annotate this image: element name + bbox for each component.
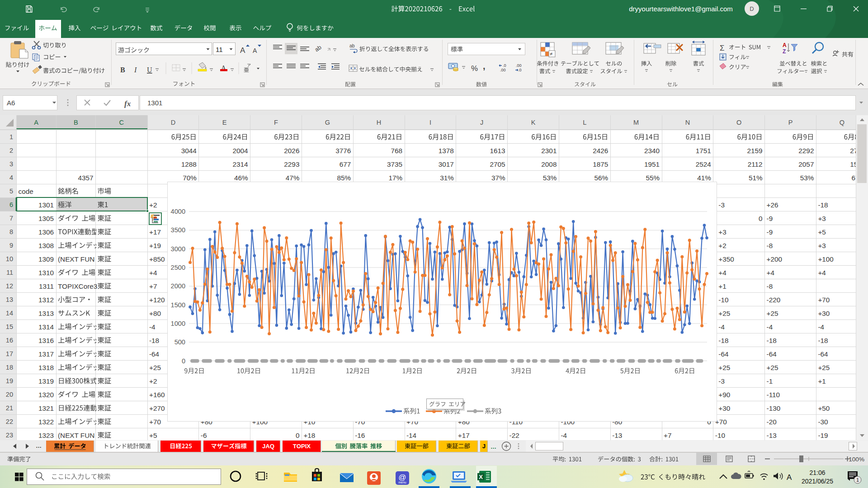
svg-text:-4: -4 bbox=[561, 432, 567, 439]
svg-text:J: J bbox=[480, 119, 483, 126]
svg-text:4000: 4000 bbox=[171, 208, 185, 215]
svg-text:+1: +1 bbox=[818, 377, 826, 385]
svg-text:1613: 1613 bbox=[490, 147, 505, 155]
svg-text:-6: -6 bbox=[201, 432, 207, 439]
svg-text:F: F bbox=[274, 119, 278, 126]
svg-text:55%: 55% bbox=[646, 174, 660, 182]
svg-text:1322: 1322 bbox=[38, 418, 54, 426]
svg-text:G: G bbox=[325, 119, 330, 126]
svg-text:-110: -110 bbox=[767, 391, 780, 399]
svg-text:-18: -18 bbox=[149, 337, 159, 344]
svg-text:+5: +5 bbox=[818, 228, 826, 236]
svg-text:2: 2 bbox=[9, 147, 13, 154]
svg-text:1306: 1306 bbox=[38, 228, 54, 236]
svg-text:500: 500 bbox=[175, 338, 185, 346]
svg-text:+4: +4 bbox=[818, 269, 826, 277]
svg-text:0: 0 bbox=[759, 215, 763, 222]
svg-text:53%: 53% bbox=[543, 174, 557, 182]
svg-text:+1: +1 bbox=[718, 282, 726, 290]
svg-text:(NEXT FUN: (NEXT FUN bbox=[58, 432, 94, 439]
svg-text:7: 7 bbox=[9, 215, 13, 222]
svg-text:15: 15 bbox=[6, 323, 13, 330]
svg-text:1314: 1314 bbox=[38, 323, 54, 331]
svg-text:1951: 1951 bbox=[644, 160, 660, 168]
svg-text:-8: -8 bbox=[767, 242, 773, 249]
svg-text:+70: +70 bbox=[149, 418, 161, 426]
svg-text:12: 12 bbox=[6, 282, 13, 290]
svg-text:1323: 1323 bbox=[38, 432, 54, 439]
svg-text:2026: 2026 bbox=[284, 147, 299, 155]
svg-text:M: M bbox=[633, 119, 639, 126]
svg-text:2524: 2524 bbox=[696, 160, 712, 168]
svg-text:+50: +50 bbox=[818, 404, 830, 412]
svg-text:+850: +850 bbox=[149, 255, 165, 263]
svg-text:677: 677 bbox=[340, 160, 351, 168]
svg-text:+90: +90 bbox=[718, 391, 730, 399]
svg-text:code: code bbox=[19, 188, 33, 195]
svg-text:1500: 1500 bbox=[171, 301, 185, 309]
svg-text:13: 13 bbox=[6, 296, 13, 303]
svg-text:+270: +270 bbox=[149, 404, 165, 412]
svg-text:+17: +17 bbox=[149, 228, 161, 236]
svg-text:17: 17 bbox=[6, 350, 13, 357]
svg-text:1320: 1320 bbox=[38, 391, 54, 399]
svg-text:+4: +4 bbox=[718, 269, 726, 277]
svg-text:1310: 1310 bbox=[38, 269, 54, 277]
svg-text:768: 768 bbox=[391, 147, 402, 155]
svg-text:-64: -64 bbox=[818, 350, 828, 358]
svg-text:9: 9 bbox=[9, 242, 13, 249]
svg-text:-18: -18 bbox=[818, 337, 828, 344]
svg-text:3500: 3500 bbox=[171, 226, 185, 234]
svg-text:-10: -10 bbox=[715, 432, 725, 439]
svg-text:+3: +3 bbox=[818, 242, 826, 249]
svg-text:+26: +26 bbox=[767, 201, 778, 209]
svg-text:N: N bbox=[685, 119, 690, 126]
svg-text:-13: -13 bbox=[767, 432, 777, 439]
svg-text:-4: -4 bbox=[818, 323, 824, 331]
svg-text:47%: 47% bbox=[286, 174, 300, 182]
svg-text:46%: 46% bbox=[234, 174, 248, 182]
svg-text:-30: -30 bbox=[818, 418, 828, 426]
svg-text:L: L bbox=[583, 119, 586, 126]
svg-text:-64: -64 bbox=[767, 350, 777, 358]
svg-text:Q: Q bbox=[840, 119, 844, 126]
svg-text:I: I bbox=[429, 119, 431, 126]
svg-text:2292: 2292 bbox=[798, 147, 814, 155]
svg-text:1288: 1288 bbox=[181, 160, 197, 168]
svg-text:-22: -22 bbox=[509, 432, 519, 439]
svg-text:-18: -18 bbox=[718, 337, 728, 344]
svg-text:-9: -9 bbox=[767, 228, 773, 236]
svg-text:1318: 1318 bbox=[38, 364, 54, 371]
svg-text:5: 5 bbox=[9, 188, 13, 195]
svg-text:-19: -19 bbox=[818, 432, 828, 439]
svg-text:+25: +25 bbox=[818, 364, 830, 371]
svg-text:+25: +25 bbox=[767, 364, 778, 371]
svg-text:-4: -4 bbox=[767, 323, 773, 331]
svg-text:2340: 2340 bbox=[644, 147, 660, 155]
svg-text:3044: 3044 bbox=[181, 147, 197, 155]
svg-text:16: 16 bbox=[6, 337, 13, 344]
svg-text:-13: -13 bbox=[612, 432, 622, 439]
svg-text:2705: 2705 bbox=[490, 160, 505, 168]
svg-text:2426: 2426 bbox=[593, 147, 608, 155]
svg-text:0: 0 bbox=[182, 357, 185, 365]
svg-text:1312: 1312 bbox=[38, 296, 54, 304]
svg-text:+25: +25 bbox=[718, 364, 730, 371]
svg-text:2057: 2057 bbox=[798, 160, 814, 168]
svg-text:31%: 31% bbox=[440, 174, 454, 182]
svg-text:8: 8 bbox=[9, 228, 13, 235]
svg-text:51%: 51% bbox=[749, 174, 763, 182]
svg-text:2500: 2500 bbox=[171, 264, 185, 271]
svg-text:17%: 17% bbox=[388, 174, 402, 182]
svg-text:+3: +3 bbox=[818, 215, 826, 222]
svg-text:2008: 2008 bbox=[541, 160, 557, 168]
svg-text:70%: 70% bbox=[183, 174, 197, 182]
svg-text:+160: +160 bbox=[149, 391, 165, 399]
svg-text:1319: 1319 bbox=[38, 377, 54, 385]
svg-text:+19: +19 bbox=[149, 242, 161, 249]
svg-text:A: A bbox=[34, 119, 38, 126]
svg-text:+2: +2 bbox=[149, 377, 157, 385]
svg-text:+350: +350 bbox=[718, 255, 734, 263]
svg-text:C: C bbox=[119, 119, 124, 126]
svg-text:+30: +30 bbox=[818, 310, 830, 317]
